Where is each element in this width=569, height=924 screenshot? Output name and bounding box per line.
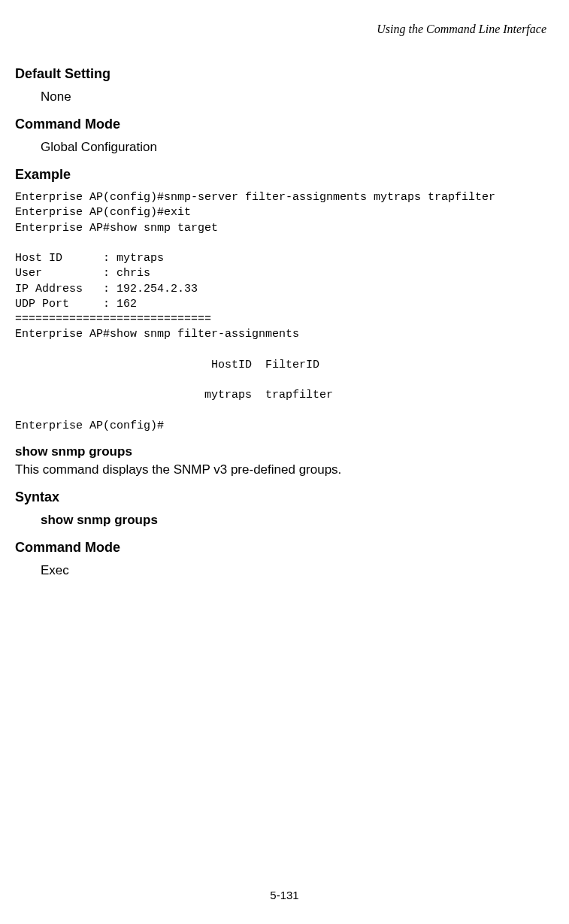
command-mode-value-1: Global Configuration — [41, 140, 546, 155]
command-mode-value-2: Exec — [41, 563, 546, 578]
show-snmp-groups-heading: show snmp groups — [15, 444, 546, 459]
show-snmp-groups-description: This command displays the SNMP v3 pre-de… — [15, 462, 546, 477]
syntax-heading: Syntax — [15, 489, 546, 505]
page-header-title: Using the Command Line Interface — [15, 23, 546, 36]
example-heading: Example — [15, 167, 546, 183]
command-mode-heading-1: Command Mode — [15, 117, 546, 132]
page-number: 5-131 — [270, 889, 298, 901]
syntax-value: show snmp groups — [41, 513, 546, 528]
default-setting-heading: Default Setting — [15, 66, 546, 82]
command-mode-heading-2: Command Mode — [15, 540, 546, 556]
example-code-block: Enterprise AP(config)#snmp-server filter… — [15, 190, 546, 434]
default-setting-value: None — [41, 89, 546, 105]
